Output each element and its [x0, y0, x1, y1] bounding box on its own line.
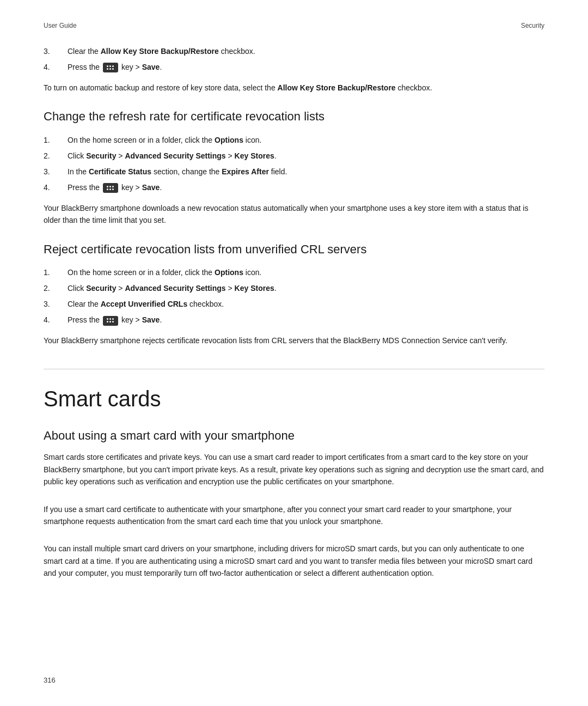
step-item: 3. Clear the Accept Unverified CRLs chec…: [44, 299, 544, 310]
intro-steps: 3. Clear the Allow Key Store Backup/Rest…: [44, 46, 544, 73]
step-number: 2.: [44, 283, 57, 294]
subsection-para2: If you use a smart card certificate to a…: [44, 503, 544, 528]
step-item: 1. On the home screen or in a folder, cl…: [44, 267, 544, 278]
menu-key-icon: [103, 63, 118, 72]
step-number: 3.: [44, 166, 57, 178]
bold-text: Expires After: [222, 167, 269, 176]
step-item: 4. Press the key > Save.: [44, 182, 544, 193]
step-text: Press the key > Save.: [68, 62, 544, 73]
page: User Guide Security 3. Clear the Allow K…: [0, 0, 588, 706]
bold-text: Save: [142, 63, 160, 71]
header-left: User Guide: [44, 22, 77, 29]
bold-text: Key Stores: [235, 151, 274, 160]
section-title: Reject certificate revocation lists from…: [44, 242, 544, 258]
subsection-title: About using a smart card with your smart…: [44, 428, 544, 444]
step-text: On the home screen or in a folder, click…: [68, 135, 544, 146]
page-content: 3. Clear the Allow Key Store Backup/Rest…: [44, 46, 544, 579]
header-right: Security: [521, 22, 544, 29]
page-number: 316: [44, 676, 56, 684]
subsection-para1: Smart cards store certificates and priva…: [44, 451, 544, 488]
step-text: In the Certificate Status section, chang…: [68, 166, 544, 178]
intro-note: To turn on automatic backup and restore …: [44, 82, 544, 94]
bold-text: Save: [142, 183, 160, 192]
section-refresh-rate: Change the refresh rate for certificate …: [44, 109, 544, 226]
step-item: 4. Press the key > Save.: [44, 62, 544, 73]
bold-text: Allow Key Store Backup/Restore: [278, 83, 396, 92]
step-text: On the home screen or in a folder, click…: [68, 267, 544, 278]
menu-key-icon: [103, 183, 118, 193]
chapter-smart-cards: Smart cards About using a smart card wit…: [44, 369, 544, 580]
step-text: Click Security > Advanced Security Setti…: [68, 283, 544, 294]
bold-text: Options: [215, 136, 243, 144]
section1-note: Your BlackBerry smartphone downloads a n…: [44, 202, 544, 227]
chapter-title: Smart cards: [44, 386, 544, 412]
step-number: 3.: [44, 46, 57, 57]
step-text: Clear the Accept Unverified CRLs checkbo…: [68, 299, 544, 310]
bold-text: Accept Unverified CRLs: [101, 300, 187, 308]
menu-key-icon: [103, 316, 118, 326]
bold-text: Key Stores: [235, 284, 274, 293]
section2-note: Your BlackBerry smartphone rejects certi…: [44, 334, 544, 346]
section-title: Change the refresh rate for certificate …: [44, 109, 544, 125]
bold-text: Certificate Status: [89, 167, 151, 176]
bold-text: Save: [142, 315, 160, 324]
step-text: Press the key > Save.: [68, 182, 544, 193]
section2-steps: 1. On the home screen or in a folder, cl…: [44, 267, 544, 326]
step-text: Click Security > Advanced Security Setti…: [68, 150, 544, 162]
bold-text: Security: [86, 151, 116, 160]
step-number: 4.: [44, 182, 57, 193]
step-number: 4.: [44, 314, 57, 326]
bold-text: Advanced Security Settings: [125, 151, 225, 160]
step-number: 1.: [44, 267, 57, 278]
step-number: 3.: [44, 299, 57, 310]
step-number: 4.: [44, 62, 57, 73]
step-number: 2.: [44, 150, 57, 162]
bold-text: Allow Key Store Backup/Restore: [101, 47, 219, 56]
step-text: Clear the Allow Key Store Backup/Restore…: [68, 46, 544, 57]
step-item: 2. Click Security > Advanced Security Se…: [44, 150, 544, 162]
bold-text: Options: [215, 268, 243, 277]
section-reject-crls: Reject certificate revocation lists from…: [44, 242, 544, 347]
step-number: 1.: [44, 135, 57, 146]
step-text: Press the key > Save.: [68, 314, 544, 326]
step-item: 3. Clear the Allow Key Store Backup/Rest…: [44, 46, 544, 57]
bold-text: Advanced Security Settings: [125, 284, 225, 293]
subsection-about-smart-card: About using a smart card with your smart…: [44, 428, 544, 580]
subsection-para3: You can install multiple smart card driv…: [44, 543, 544, 579]
step-item: 1. On the home screen or in a folder, cl…: [44, 135, 544, 146]
page-footer: 316: [44, 676, 56, 684]
bold-text: Security: [86, 284, 116, 293]
chapter-divider: [44, 369, 544, 369]
step-item: 2. Click Security > Advanced Security Se…: [44, 283, 544, 294]
section1-steps: 1. On the home screen or in a folder, cl…: [44, 135, 544, 193]
page-header: User Guide Security: [44, 22, 544, 29]
step-item: 4. Press the key > Save.: [44, 314, 544, 326]
step-item: 3. In the Certificate Status section, ch…: [44, 166, 544, 178]
